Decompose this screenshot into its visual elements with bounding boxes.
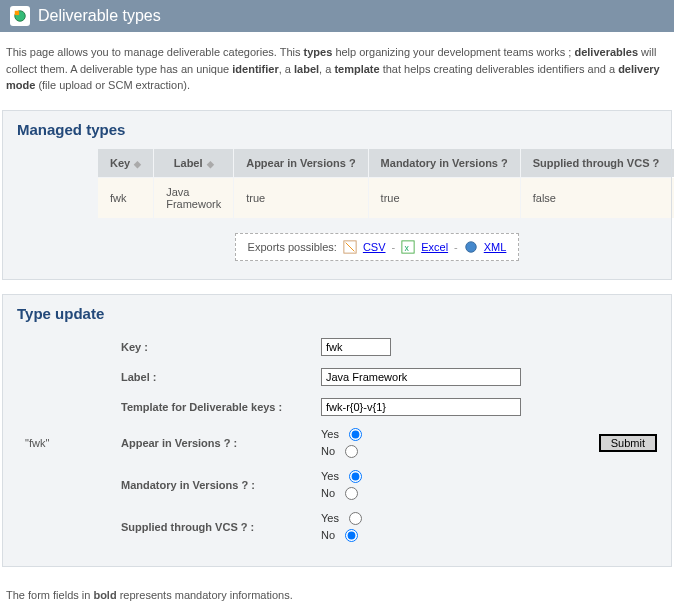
template-input[interactable] [321,398,521,416]
export-excel-link[interactable]: Excel [421,241,448,253]
option-yes: Yes [321,512,339,524]
types-table: Key◆ Label◆ Appear in Versions ? Mandato… [97,148,674,219]
label-vcs: Supplied through VCS ? : [117,506,317,548]
managed-types-heading: Managed types [17,121,657,138]
vcs-yes-radio[interactable] [349,512,362,525]
footnote: The form fields in bold represents manda… [0,581,674,604]
label-template: Template for Deliverable keys : [117,392,317,422]
cell-vcs: false [521,178,672,218]
cell-mandatory: true [369,178,520,218]
label-input[interactable] [321,368,521,386]
cell-key: fwk [98,178,153,218]
key-input[interactable] [321,338,391,356]
sort-icon: ◆ [134,159,141,169]
appear-yes-radio[interactable] [349,428,362,441]
xml-icon [464,240,478,254]
type-update-panel: Type update Key : Label : Template for D… [2,294,672,567]
col-appear[interactable]: Appear in Versions ? [234,149,367,177]
col-label[interactable]: Label◆ [154,149,233,177]
type-update-heading: Type update [17,305,657,322]
submit-button[interactable] [599,434,657,452]
label-key: Key : [117,332,317,362]
exports-bar: Exports possibles: CSV - x Excel - XML [235,233,520,261]
col-vcs[interactable]: Supplied through VCS ? [521,149,672,177]
page-title: Deliverable types [38,7,161,25]
label-appear: Appear in Versions ? : [117,422,317,464]
intro-text: This page allows you to manage deliverab… [0,32,674,106]
cell-label: Java Framework [154,178,233,218]
csv-icon [343,240,357,254]
vcs-no-radio[interactable] [345,529,358,542]
page-title-bar: Deliverable types [0,0,674,32]
col-key[interactable]: Key◆ [98,149,153,177]
excel-icon: x [401,240,415,254]
option-no: No [321,529,335,541]
deliverable-types-icon [10,6,30,26]
exports-label: Exports possibles: [248,241,337,253]
svg-text:x: x [405,242,410,252]
svg-rect-1 [15,11,19,15]
mandatory-no-radio[interactable] [345,487,358,500]
label-label: Label : [117,362,317,392]
managed-types-panel: Managed types Key◆ Label◆ Appear in Vers… [2,110,672,280]
label-mandatory: Mandatory in Versions ? : [117,464,317,506]
option-yes: Yes [321,470,339,482]
cell-appear: true [234,178,367,218]
export-csv-link[interactable]: CSV [363,241,386,253]
col-mandatory[interactable]: Mandatory in Versions ? [369,149,520,177]
table-row: fwk Java Framework true true false ➦ [98,178,674,218]
option-yes: Yes [321,428,339,440]
export-xml-link[interactable]: XML [484,241,507,253]
svg-point-5 [466,241,477,252]
mandatory-yes-radio[interactable] [349,470,362,483]
side-entity-name: "fwk" [17,422,117,464]
sort-icon: ◆ [207,159,214,169]
option-no: No [321,445,335,457]
appear-no-radio[interactable] [345,445,358,458]
option-no: No [321,487,335,499]
